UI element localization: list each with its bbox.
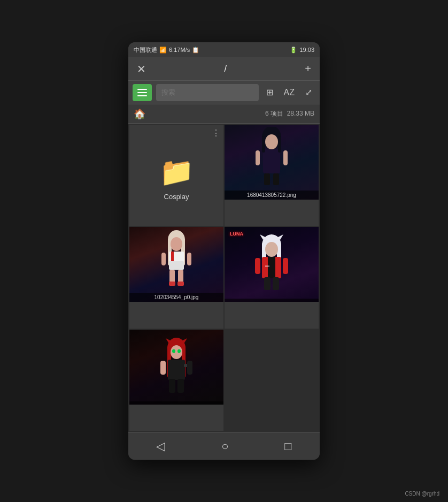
- figure-svg-2: [155, 229, 198, 293]
- path-bar: 🏠 6 项目 28.33 MB: [128, 104, 320, 124]
- svg-rect-4: [273, 173, 279, 185]
- menu-line-1: [137, 89, 147, 90]
- image-label-2: 102034554_p0.jpg: [129, 293, 223, 302]
- svg-rect-45: [169, 379, 175, 393]
- svg-point-40: [171, 345, 182, 359]
- grid-view-button[interactable]: ⊞: [263, 85, 276, 100]
- svg-rect-46: [177, 379, 184, 393]
- svg-point-12: [171, 237, 182, 251]
- add-button[interactable]: +: [303, 60, 313, 77]
- search-input[interactable]: [156, 84, 259, 101]
- svg-rect-30: [265, 265, 269, 267]
- folder-item-cosplay[interactable]: ⋮ 📁 Cosplay: [129, 125, 223, 226]
- speed-text: 6.17M/s: [169, 47, 190, 53]
- more-options-button[interactable]: ⋮: [212, 128, 220, 138]
- figure-svg-3: [250, 234, 293, 293]
- neon-text: LUNA: [230, 231, 243, 237]
- image-item-2[interactable]: 102034554_p0.jpg: [129, 227, 223, 328]
- svg-rect-43: [168, 360, 185, 380]
- figure-svg-4: [155, 337, 198, 396]
- nav-bar: ◁ ○ □: [128, 432, 320, 460]
- status-bar: 中国联通 📶 6.17M/s 📋 🔋 19:03: [128, 42, 320, 57]
- svg-rect-18: [169, 282, 175, 286]
- folder-name: Cosplay: [164, 193, 189, 201]
- svg-rect-14: [171, 252, 174, 262]
- home-path-icon[interactable]: 🏠: [134, 108, 145, 120]
- file-grid: ⋮ 📁 Cosplay: [128, 124, 320, 432]
- status-right: 🔋 19:03: [290, 47, 314, 54]
- figure-svg-1: [250, 127, 293, 191]
- svg-rect-48: [187, 361, 192, 375]
- recent-nav-button[interactable]: □: [274, 435, 302, 458]
- watermark: CSDN @rgrhd: [405, 491, 439, 497]
- signal-icon: 📶: [159, 47, 167, 54]
- svg-rect-8: [283, 150, 288, 165]
- svg-rect-19: [177, 282, 184, 286]
- svg-rect-5: [262, 136, 265, 153]
- svg-rect-32: [273, 277, 279, 290]
- top-toolbar: ✕ / +: [128, 57, 320, 81]
- image-label-1: 1680413805722.png: [225, 191, 319, 200]
- items-count: 6 项目 28.33 MB: [265, 109, 314, 118]
- svg-rect-34: [283, 258, 288, 274]
- svg-rect-21: [187, 253, 191, 265]
- svg-rect-7: [256, 150, 260, 165]
- menu-line-3: [137, 95, 147, 96]
- second-toolbar: ⊞ AZ ⤢: [128, 81, 320, 104]
- svg-rect-31: [264, 277, 271, 290]
- phone-frame: 中国联通 📶 6.17M/s 📋 🔋 19:03 ✕ / + ⊞ AZ ⤢ 🏠 …: [128, 42, 320, 460]
- menu-line-2: [137, 92, 147, 93]
- image-thumbnail-2: 102034554_p0.jpg: [129, 227, 223, 302]
- menu-button[interactable]: [133, 84, 152, 101]
- image-item-1[interactable]: 1680413805722.png: [225, 125, 319, 226]
- svg-point-41: [172, 349, 175, 353]
- expand-button[interactable]: ⤢: [302, 85, 315, 100]
- home-nav-button[interactable]: ○: [211, 435, 239, 458]
- status-left: 中国联通 📶 6.17M/s 📋: [134, 46, 199, 54]
- sort-button[interactable]: AZ: [281, 86, 298, 100]
- svg-rect-6: [278, 136, 281, 153]
- svg-rect-33: [255, 258, 260, 274]
- back-nav-button[interactable]: ◁: [145, 435, 176, 458]
- folder-icon: 📁: [159, 156, 194, 188]
- battery-icon: 🔋: [290, 47, 297, 54]
- svg-rect-29: [268, 257, 275, 278]
- svg-point-1: [265, 134, 278, 149]
- svg-rect-2: [263, 149, 280, 173]
- svg-point-42: [177, 349, 181, 353]
- svg-point-27: [265, 242, 278, 257]
- image-label-3: [225, 299, 319, 302]
- svg-rect-3: [264, 173, 270, 185]
- time-text: 19:03: [299, 47, 314, 53]
- svg-rect-47: [160, 361, 166, 375]
- image-label-4: [129, 401, 223, 405]
- close-button[interactable]: ✕: [135, 60, 148, 78]
- image-thumbnail-3: LUNA: [225, 227, 319, 302]
- image-item-3[interactable]: LUNA: [225, 227, 319, 328]
- app-icon: 📋: [192, 47, 199, 54]
- image-thumbnail-1: 1680413805722.png: [225, 125, 319, 200]
- svg-rect-20: [161, 253, 166, 265]
- carrier-text: 中国联通: [134, 46, 157, 54]
- path-label: /: [148, 64, 303, 74]
- image-thumbnail-4: [129, 330, 223, 405]
- image-item-4[interactable]: [129, 330, 223, 431]
- svg-rect-15: [169, 261, 184, 270]
